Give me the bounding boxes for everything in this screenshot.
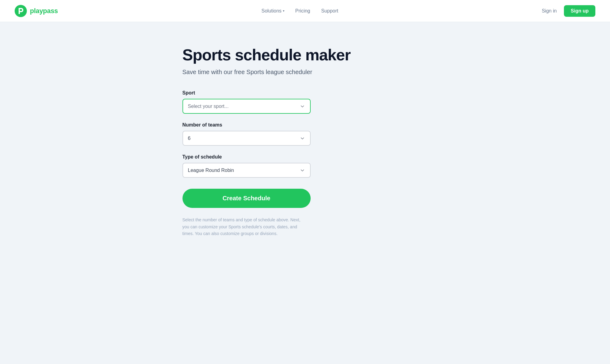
site-header: playpass Solutions ▾ Pricing Support Sig…: [0, 0, 610, 22]
main-content: Sports schedule maker Save time with our…: [168, 22, 442, 261]
schedule-type-field-group: Type of schedule League Round Robin Sing…: [182, 154, 311, 178]
playpass-logo-icon: [15, 5, 27, 17]
teams-field-group: Number of teams 2 3 4 5 6 7 8 10 12 14 1…: [182, 122, 311, 146]
sport-label: Sport: [182, 90, 311, 96]
create-schedule-button[interactable]: Create Schedule: [182, 189, 311, 208]
logo-link[interactable]: playpass: [15, 5, 58, 17]
logo-text: playpass: [30, 7, 58, 15]
sign-up-button[interactable]: Sign up: [564, 5, 595, 17]
sport-field-group: Sport Select your sport... Basketball So…: [182, 90, 311, 114]
solutions-chevron-icon: ▾: [283, 9, 284, 12]
page-title: Sports schedule maker: [182, 46, 428, 64]
main-nav: Solutions ▾ Pricing Support: [262, 8, 338, 14]
schedule-type-label: Type of schedule: [182, 154, 311, 160]
page-subtitle: Save time with our free Sports league sc…: [182, 69, 428, 76]
teams-label: Number of teams: [182, 122, 311, 128]
nav-item-support[interactable]: Support: [321, 8, 338, 14]
header-actions: Sign in Sign up: [542, 5, 595, 17]
schedule-type-select[interactable]: League Round Robin Single Elimination Do…: [182, 163, 311, 178]
teams-select[interactable]: 2 3 4 5 6 7 8 10 12 14 16 18 20: [182, 131, 311, 146]
schedule-form: Sport Select your sport... Basketball So…: [182, 90, 311, 237]
sign-in-button[interactable]: Sign in: [542, 8, 557, 14]
helper-text: Select the number of teams and type of s…: [182, 216, 305, 237]
nav-item-solutions[interactable]: Solutions ▾: [262, 8, 284, 14]
sport-select[interactable]: Select your sport... Basketball Soccer V…: [182, 99, 311, 114]
nav-item-pricing[interactable]: Pricing: [295, 8, 310, 14]
